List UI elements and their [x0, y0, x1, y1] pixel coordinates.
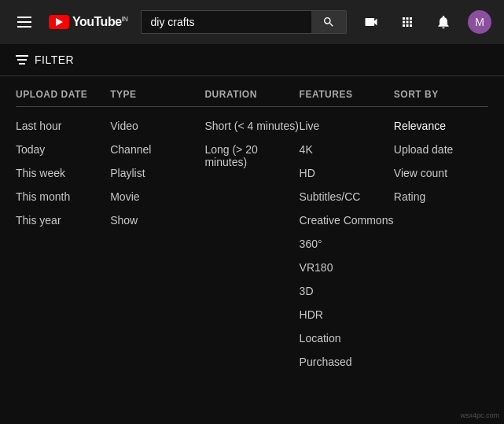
upload-date-header: UPLOAD DATE — [16, 89, 110, 107]
filter-360[interactable]: 360° — [300, 238, 394, 250]
filter-video[interactable]: Video — [110, 120, 204, 132]
filter-this-month[interactable]: This month — [16, 190, 110, 203]
duration-column: DURATION Short (< 4 minutes) Long (> 20 … — [204, 89, 299, 379]
hamburger-menu-button[interactable] — [13, 10, 36, 34]
type-column: TYPE Video Channel Playlist Movie Show — [110, 89, 204, 379]
search-button[interactable] — [311, 10, 347, 34]
filter-live[interactable]: Live — [300, 120, 394, 132]
features-column: FEATURES Live 4K HD Subtitles/CC Creativ… — [300, 89, 394, 379]
filter-today[interactable]: Today — [16, 143, 110, 156]
hamburger-icon — [17, 17, 31, 28]
sort-by-column: SORT BY Relevance Upload date View count… — [394, 89, 488, 379]
filter-subtitles[interactable]: Subtitles/CC — [300, 190, 394, 203]
filter-3d[interactable]: 3D — [300, 285, 394, 297]
header-right: M — [359, 10, 491, 34]
filter-long[interactable]: Long (> 20 minutes) — [204, 143, 299, 168]
filter-content: UPLOAD DATE Last hour Today This week Th… — [0, 76, 504, 392]
filter-relevance[interactable]: Relevance — [394, 120, 488, 132]
filter-bar: FILTER — [0, 44, 504, 76]
create-video-button[interactable] — [359, 10, 383, 34]
filter-vr180[interactable]: VR180 — [300, 261, 394, 274]
filter-view-count[interactable]: View count — [394, 167, 488, 179]
bell-icon — [436, 14, 451, 30]
filter-channel[interactable]: Channel — [110, 143, 204, 156]
filter-movie[interactable]: Movie — [110, 190, 204, 203]
country-code: IN — [122, 15, 128, 23]
search-input[interactable] — [141, 10, 311, 34]
filter-upload-date[interactable]: Upload date — [394, 143, 488, 156]
type-header: TYPE — [110, 89, 204, 107]
sort-by-header: SORT BY — [394, 89, 488, 107]
filter-last-hour[interactable]: Last hour — [16, 120, 110, 132]
header: YouTubeIN M — [0, 0, 504, 44]
avatar[interactable]: M — [468, 10, 491, 34]
filter-purchased[interactable]: Purchased — [300, 356, 394, 368]
video-camera-icon — [363, 14, 379, 30]
filter-label: FILTER — [35, 53, 74, 66]
search-bar — [141, 10, 347, 34]
filter-hdr[interactable]: HDR — [300, 308, 394, 321]
search-icon — [322, 16, 335, 28]
features-header: FEATURES — [300, 89, 394, 107]
youtube-wordmark: YouTubeIN — [72, 15, 128, 29]
apps-grid-icon — [400, 15, 414, 29]
notifications-button[interactable] — [432, 10, 455, 34]
youtube-play-triangle — [56, 18, 63, 26]
upload-date-column: UPLOAD DATE Last hour Today This week Th… — [16, 89, 110, 379]
filter-icon — [16, 55, 28, 65]
duration-header: DURATION — [204, 89, 299, 107]
apps-button[interactable] — [395, 10, 419, 34]
filter-show[interactable]: Show — [110, 214, 204, 227]
youtube-logo[interactable]: YouTubeIN — [49, 15, 128, 29]
filter-this-year[interactable]: This year — [16, 214, 110, 227]
filter-4k[interactable]: 4K — [300, 143, 394, 156]
filter-playlist[interactable]: Playlist — [110, 167, 204, 179]
filter-creative-commons[interactable]: Creative Commons — [300, 214, 394, 227]
filter-short[interactable]: Short (< 4 minutes) — [204, 120, 299, 132]
filter-location[interactable]: Location — [300, 332, 394, 345]
filter-rating[interactable]: Rating — [394, 190, 488, 203]
filter-hd[interactable]: HD — [300, 167, 394, 179]
watermark: wsx4pc.com — [460, 411, 499, 419]
youtube-red-icon — [49, 15, 69, 29]
filter-this-week[interactable]: This week — [16, 167, 110, 179]
header-left: YouTubeIN — [13, 10, 128, 34]
